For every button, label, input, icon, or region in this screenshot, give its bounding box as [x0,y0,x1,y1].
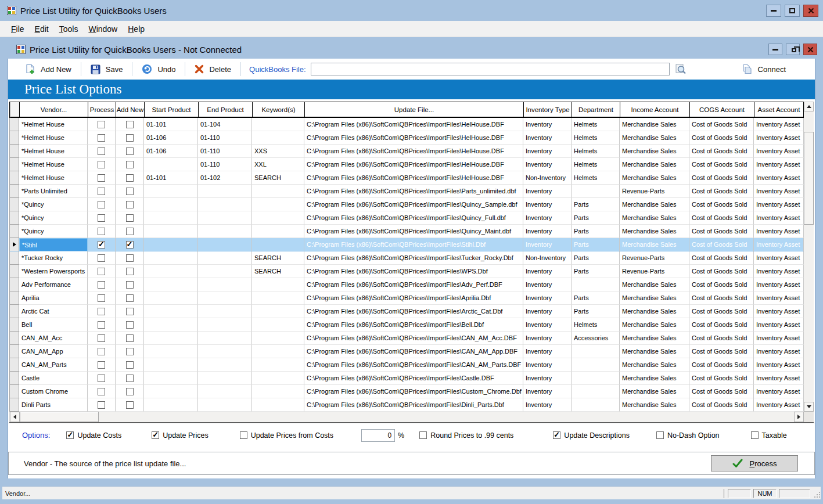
process-cell[interactable] [88,198,116,211]
option-update-prices-from-costs[interactable]: Update Prices from Costs [240,431,333,440]
add-new-cell[interactable] [116,145,144,158]
scroll-up-button[interactable] [804,102,814,111]
process-checkbox[interactable] [98,134,105,142]
table-row[interactable]: Arctic Cat C:\Program Files (x86)\SoftCo… [9,305,804,318]
cogs-account-cell[interactable]: Cost of Goods Sold [689,358,754,372]
end-product-cell[interactable] [198,198,252,211]
add-new-button[interactable]: Add New [16,61,81,77]
update-file-cell[interactable]: C:\Program Files (x86)\SoftCom\QBPrices\… [304,291,523,305]
start-product-cell[interactable] [144,385,198,398]
end-product-cell[interactable] [198,385,252,398]
table-row[interactable]: Aprilia C:\Program Files (x86)\SoftCom\Q… [9,291,804,305]
vendor-cell[interactable]: Dinli Parts [19,398,88,412]
start-product-cell[interactable] [144,211,198,225]
process-cell[interactable] [88,291,116,305]
inventory-type-cell[interactable]: Inventory [523,131,572,145]
asset-account-cell[interactable]: Inventory Asset [754,118,804,131]
end-product-cell[interactable] [198,185,252,198]
cogs-account-cell[interactable]: Cost of Goods Sold [689,145,754,158]
option-no-dash-option[interactable]: No-Dash Option [656,431,720,440]
process-cell[interactable] [88,225,116,238]
start-product-cell[interactable] [144,318,198,332]
vendor-cell[interactable]: *Stihl [19,238,88,251]
row-selector[interactable] [9,358,19,372]
inventory-type-cell[interactable]: Inventory [523,198,572,211]
process-cell[interactable] [88,265,116,278]
department-cell[interactable]: Helmets [572,171,620,185]
process-checkbox[interactable] [98,121,105,128]
income-account-cell[interactable]: Merchandise Sales [620,225,689,238]
inventory-type-cell[interactable]: Inventory [523,291,572,305]
keyword-cell[interactable] [252,225,304,238]
end-product-cell[interactable] [198,398,252,412]
row-selector[interactable] [9,118,19,131]
start-product-cell[interactable] [144,225,198,238]
process-cell[interactable] [88,318,116,332]
income-account-cell[interactable]: Merchandise Sales [620,358,689,372]
keyword-cell[interactable] [252,318,304,332]
asset-account-cell[interactable]: Inventory Asset [754,372,804,385]
department-cell[interactable] [572,278,620,291]
asset-account-cell[interactable]: Inventory Asset [754,225,804,238]
option-checkbox[interactable] [751,431,759,439]
income-account-cell[interactable]: Merchandise Sales [620,291,689,305]
end-product-cell[interactable] [198,265,252,278]
start-product-cell[interactable] [144,345,198,358]
add-new-cell[interactable] [116,171,144,185]
undo-button[interactable]: Undo [132,61,185,77]
cogs-account-cell[interactable]: Cost of Goods Sold [689,238,754,251]
department-cell[interactable]: Helmets [572,158,620,171]
update-file-cell[interactable]: C:\Program Files (x86)\SoftCom\QBPrices\… [304,398,523,412]
income-account-cell[interactable]: Revenue-Parts [620,185,689,198]
cogs-account-cell[interactable]: Cost of Goods Sold [689,251,754,265]
table-row[interactable]: *Western Powersports SEARCH C:\Program F… [9,265,804,278]
keyword-cell[interactable] [252,131,304,145]
table-row[interactable]: *Helmet House 01-101 01-102 SEARCH C:\Pr… [9,171,804,185]
process-cell[interactable] [88,332,116,345]
department-cell[interactable]: Parts [572,265,620,278]
process-checkbox[interactable] [98,401,105,409]
asset-account-cell[interactable]: Inventory Asset [754,318,804,332]
add-new-cell[interactable] [116,291,144,305]
vendor-cell[interactable]: Aprilia [19,291,88,305]
row-selector[interactable] [9,345,19,358]
update-file-cell[interactable]: C:\Program Files (x86)\SoftCom\QBPrices\… [304,131,523,145]
income-account-cell[interactable]: Revenue-Parts [620,265,689,278]
end-product-cell[interactable] [198,291,252,305]
asset-account-cell[interactable]: Inventory Asset [754,251,804,265]
income-account-cell[interactable]: Merchandise Sales [620,332,689,345]
process-checkbox[interactable] [98,254,105,262]
asset-account-cell[interactable]: Inventory Asset [754,145,804,158]
add-new-checkbox[interactable] [126,214,134,222]
end-product-cell[interactable] [198,345,252,358]
add-new-checkbox[interactable] [126,254,134,262]
end-product-cell[interactable]: 01-110 [198,145,252,158]
inventory-type-cell[interactable]: Inventory [523,265,572,278]
table-row[interactable]: *Helmet House 01-106 01-110 XXS C:\Progr… [9,145,804,158]
end-product-cell[interactable] [198,358,252,372]
add-new-cell[interactable] [116,358,144,372]
add-new-cell[interactable] [116,225,144,238]
process-cell[interactable] [88,158,116,171]
table-row[interactable]: Custom Chrome C:\Program Files (x86)\Sof… [9,385,804,398]
start-product-cell[interactable] [144,305,198,318]
cogs-account-cell[interactable]: Cost of Goods Sold [689,385,754,398]
inventory-type-cell[interactable]: Inventory [523,318,572,332]
income-account-cell[interactable]: Merchandise Sales [620,171,689,185]
row-selector[interactable] [9,385,19,398]
vendor-cell[interactable]: *Quincy [19,198,88,211]
add-new-cell[interactable] [116,305,144,318]
process-cell[interactable] [88,238,116,251]
asset-account-cell[interactable]: Inventory Asset [754,265,804,278]
department-cell[interactable]: Parts [572,225,620,238]
row-selector[interactable] [9,398,19,412]
keyword-cell[interactable] [252,185,304,198]
vendor-cell[interactable]: *Parts Unlimited [19,185,88,198]
income-account-cell[interactable]: Merchandise Sales [620,278,689,291]
process-button[interactable]: Process [711,455,798,471]
cogs-account-cell[interactable]: Cost of Goods Sold [689,171,754,185]
cogs-account-cell[interactable]: Cost of Goods Sold [689,118,754,131]
row-selector[interactable] [9,278,19,291]
end-product-cell[interactable] [198,251,252,265]
vendor-cell[interactable]: *Helmet House [19,145,88,158]
